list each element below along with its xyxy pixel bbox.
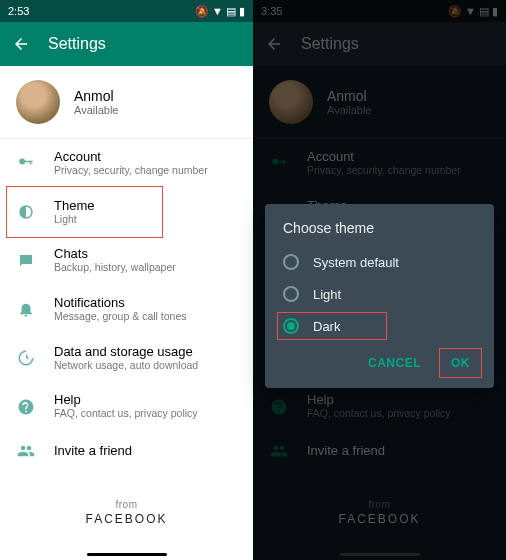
item-invite[interactable]: Invite a friend [253,431,506,471]
profile-status: Available [74,104,118,116]
profile-status: Available [327,104,371,116]
avatar [269,80,313,124]
key-icon [269,153,289,173]
item-sub: FAQ, contact us, privacy policy [54,407,198,421]
item-sub: FAQ, contact us, privacy policy [307,407,451,421]
nav-pill [87,553,167,556]
bell-off-icon: 🔕 [448,5,462,18]
help-icon [269,397,289,417]
item-sub: Message, group & call tones [54,310,187,324]
dialog-actions: CANCEL OK [273,342,486,380]
status-time: 2:53 [8,5,29,17]
option-label: Light [313,287,341,302]
item-title: Theme [54,198,94,213]
option-light[interactable]: Light [273,278,486,310]
item-title: Help [307,392,451,407]
people-icon [269,441,289,461]
option-dark[interactable]: Dark [273,310,486,342]
battery-icon: ▮ [492,5,498,18]
profile-name: Anmol [74,88,118,104]
nav-bar [0,548,253,560]
back-icon[interactable] [12,35,30,53]
theme-icon [16,202,36,222]
item-account[interactable]: Account Privacy, security, change number [253,139,506,188]
item-theme[interactable]: Theme Light [0,188,253,237]
status-icons: 🔕 ▼ ▤ ▮ [448,5,498,18]
signal-icon: ▤ [479,5,489,18]
profile-row[interactable]: Anmol Available [253,66,506,139]
footer-from: from [0,499,253,510]
footer-brand: FACEBOOK [0,512,253,526]
key-icon [16,153,36,173]
item-title: Notifications [54,295,187,310]
screen-dark: 3:35 🔕 ▼ ▤ ▮ Settings Anmol Available Ac… [253,0,506,560]
signal-icon: ▤ [226,5,236,18]
item-title: Account [307,149,461,164]
radio-icon [283,286,299,302]
back-icon[interactable] [265,35,283,53]
data-icon [16,348,36,368]
cancel-button[interactable]: CANCEL [358,350,431,376]
radio-icon [283,318,299,334]
item-title: Account [54,149,208,164]
app-bar: Settings [0,22,253,66]
bell-icon [16,299,36,319]
item-sub: Privacy, security, change number [307,164,461,178]
app-bar: Settings [253,22,506,66]
help-icon [16,397,36,417]
item-help[interactable]: Help FAQ, contact us, privacy policy [0,382,253,431]
wifi-icon: ▼ [212,5,223,17]
nav-pill [340,553,420,556]
item-notifications[interactable]: Notifications Message, group & call tone… [0,285,253,334]
item-title: Invite a friend [307,443,385,458]
item-title: Help [54,392,198,407]
item-sub: Backup, history, wallpaper [54,261,176,275]
page-title: Settings [48,35,106,53]
people-icon [16,441,36,461]
chat-icon [16,251,36,271]
item-title: Invite a friend [54,443,132,458]
dialog-title: Choose theme [273,220,486,246]
status-time: 3:35 [261,5,282,17]
nav-bar [253,548,506,560]
bell-off-icon: 🔕 [195,5,209,18]
avatar [16,80,60,124]
option-label: Dark [313,319,340,334]
item-data-storage[interactable]: Data and storage usage Network usage, au… [0,334,253,383]
status-bar: 2:53 🔕 ▼ ▤ ▮ [0,0,253,22]
screen-light: 2:53 🔕 ▼ ▤ ▮ Settings Anmol Available Ac… [0,0,253,560]
status-bar: 3:35 🔕 ▼ ▤ ▮ [253,0,506,22]
status-icons: 🔕 ▼ ▤ ▮ [195,5,245,18]
profile-name: Anmol [327,88,371,104]
footer-brand: FACEBOOK [253,512,506,526]
item-sub: Privacy, security, change number [54,164,208,178]
item-title: Chats [54,246,176,261]
item-sub: Light [54,213,94,227]
option-system-default[interactable]: System default [273,246,486,278]
ok-button[interactable]: OK [441,350,480,376]
option-label: System default [313,255,399,270]
radio-icon [283,254,299,270]
item-help[interactable]: Help FAQ, contact us, privacy policy [253,382,506,431]
highlight-marker [439,348,482,378]
item-title: Data and storage usage [54,344,198,359]
battery-icon: ▮ [239,5,245,18]
item-account[interactable]: Account Privacy, security, change number [0,139,253,188]
footer-from: from [253,499,506,510]
wifi-icon: ▼ [465,5,476,17]
item-sub: Network usage, auto download [54,359,198,373]
profile-row[interactable]: Anmol Available [0,66,253,139]
item-invite[interactable]: Invite a friend [0,431,253,471]
page-title: Settings [301,35,359,53]
theme-dialog: Choose theme System default Light Dark C… [265,204,494,388]
settings-list: Account Privacy, security, change number… [0,139,253,487]
item-chats[interactable]: Chats Backup, history, wallpaper [0,236,253,285]
